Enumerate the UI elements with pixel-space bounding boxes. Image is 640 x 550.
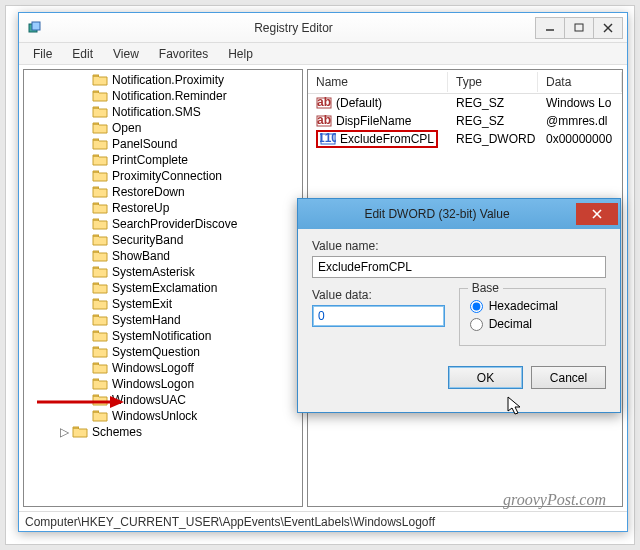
tree-item-open[interactable]: Open: [32, 120, 302, 136]
tree-item-restoredown[interactable]: RestoreDown: [32, 184, 302, 200]
tree-label: SystemExclamation: [112, 281, 217, 295]
tree-label: RestoreDown: [112, 185, 185, 199]
tree-item-windowslogon[interactable]: WindowsLogon: [32, 376, 302, 392]
tree-label: SystemExit: [112, 297, 172, 311]
folder-icon: [92, 73, 108, 87]
annotation-arrow: [32, 392, 132, 412]
value-icon: ab: [316, 96, 332, 110]
folder-icon: [92, 329, 108, 343]
radio-hexadecimal[interactable]: Hexadecimal: [470, 299, 595, 313]
folder-icon: [92, 281, 108, 295]
folder-icon: [92, 297, 108, 311]
value-name: ExcludeFromCPL: [340, 132, 434, 146]
folder-icon: [92, 233, 108, 247]
close-button[interactable]: [593, 17, 623, 39]
value-name: (Default): [336, 96, 382, 110]
folder-icon: [92, 313, 108, 327]
value-data: @mmres.dl: [538, 113, 622, 129]
folder-icon: [92, 137, 108, 151]
value-data-label: Value data:: [312, 288, 445, 302]
value-type: REG_DWORD: [448, 131, 538, 147]
window-buttons: [536, 17, 623, 39]
app-icon: [27, 20, 43, 36]
col-data[interactable]: Data: [538, 72, 622, 92]
tree-item-proximityconnection[interactable]: ProximityConnection: [32, 168, 302, 184]
tree-item-searchproviderdiscove[interactable]: SearchProviderDiscove: [32, 216, 302, 232]
dialog-close-button[interactable]: [576, 203, 618, 225]
radio-decimal[interactable]: Decimal: [470, 317, 595, 331]
col-name[interactable]: Name: [308, 72, 448, 92]
tree-item-systemexit[interactable]: SystemExit: [32, 296, 302, 312]
svg-text:ab: ab: [317, 114, 331, 127]
list-row[interactable]: 110ExcludeFromCPLREG_DWORD0x00000000: [308, 130, 622, 148]
col-type[interactable]: Type: [448, 72, 538, 92]
folder-icon: [92, 121, 108, 135]
tree-item-systemexclamation[interactable]: SystemExclamation: [32, 280, 302, 296]
folder-icon: [92, 265, 108, 279]
tree-item-windowslogoff[interactable]: WindowsLogoff: [32, 360, 302, 376]
cancel-button[interactable]: Cancel: [531, 366, 606, 389]
value-data: Windows Lo: [538, 95, 622, 111]
value-data: 0x00000000: [538, 131, 622, 147]
window-title: Registry Editor: [51, 21, 536, 35]
folder-icon: [92, 361, 108, 375]
value-data-input[interactable]: [312, 305, 445, 327]
tree-item-systemquestion[interactable]: SystemQuestion: [32, 344, 302, 360]
folder-icon: [92, 153, 108, 167]
minimize-button[interactable]: [535, 17, 565, 39]
ok-button[interactable]: OK: [448, 366, 523, 389]
value-name-input[interactable]: [312, 256, 606, 278]
menu-favorites[interactable]: Favorites: [149, 45, 218, 63]
menu-view[interactable]: View: [103, 45, 149, 63]
folder-icon: [92, 377, 108, 391]
dialog-titlebar[interactable]: Edit DWORD (32-bit) Value: [298, 199, 620, 229]
folder-icon: [92, 105, 108, 119]
tree-label: ShowBand: [112, 249, 170, 263]
tree-item-systemhand[interactable]: SystemHand: [32, 312, 302, 328]
tree-item-panelsound[interactable]: PanelSound: [32, 136, 302, 152]
value-name-label: Value name:: [312, 239, 606, 253]
radio-hex-input[interactable]: [470, 300, 483, 313]
folder-icon: [92, 217, 108, 231]
tree-item-notification-reminder[interactable]: Notification.Reminder: [32, 88, 302, 104]
menu-help[interactable]: Help: [218, 45, 263, 63]
tree-item-securityband[interactable]: SecurityBand: [32, 232, 302, 248]
tree-label: Notification.Reminder: [112, 89, 227, 103]
tree-label: RestoreUp: [112, 201, 169, 215]
menu-file[interactable]: File: [23, 45, 62, 63]
folder-icon: [92, 249, 108, 263]
list-row[interactable]: ab(Default)REG_SZWindows Lo: [308, 94, 622, 112]
folder-icon: [92, 185, 108, 199]
tree-label: ProximityConnection: [112, 169, 222, 183]
tree-label: SystemAsterisk: [112, 265, 195, 279]
folder-icon: [92, 345, 108, 359]
radio-dec-input[interactable]: [470, 318, 483, 331]
tree-item-systemnotification[interactable]: SystemNotification: [32, 328, 302, 344]
folder-icon: [92, 169, 108, 183]
tree-label: SecurityBand: [112, 233, 183, 247]
tree-item-showband[interactable]: ShowBand: [32, 248, 302, 264]
tree-label: WindowsLogoff: [112, 361, 194, 375]
edit-dword-dialog: Edit DWORD (32-bit) Value Value name: Va…: [297, 198, 621, 413]
titlebar[interactable]: Registry Editor: [19, 13, 627, 43]
tree-item-schemes[interactable]: ▷Schemes: [32, 424, 302, 440]
tree-label: WindowsLogon: [112, 377, 194, 391]
menu-edit[interactable]: Edit: [62, 45, 103, 63]
tree-item-notification-proximity[interactable]: Notification.Proximity: [32, 72, 302, 88]
tree-item-restoreup[interactable]: RestoreUp: [32, 200, 302, 216]
base-fieldset: Base Hexadecimal Decimal: [459, 288, 606, 346]
tree-label: PrintComplete: [112, 153, 188, 167]
tree-item-printcomplete[interactable]: PrintComplete: [32, 152, 302, 168]
maximize-button[interactable]: [564, 17, 594, 39]
tree-pane[interactable]: Notification.ProximityNotification.Remin…: [23, 69, 303, 507]
tree-item-systemasterisk[interactable]: SystemAsterisk: [32, 264, 302, 280]
tree-item-notification-sms[interactable]: Notification.SMS: [32, 104, 302, 120]
tree-label: SystemNotification: [112, 329, 211, 343]
svg-text:ab: ab: [317, 96, 331, 109]
list-header: Name Type Data: [308, 70, 622, 94]
tree-label: Open: [112, 121, 141, 135]
tree-label: SystemQuestion: [112, 345, 200, 359]
folder-icon: [92, 89, 108, 103]
value-name: DispFileName: [336, 114, 411, 128]
list-row[interactable]: abDispFileNameREG_SZ@mmres.dl: [308, 112, 622, 130]
